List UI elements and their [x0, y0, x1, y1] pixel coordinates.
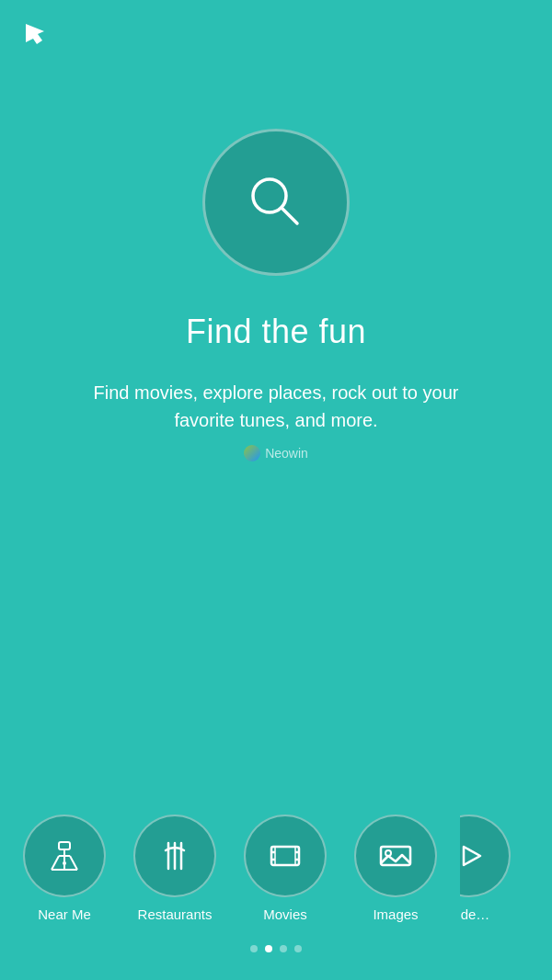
- dot-3[interactable]: [280, 945, 287, 952]
- svg-line-6: [70, 856, 77, 870]
- svg-line-1: [282, 208, 297, 223]
- images-label: Images: [373, 906, 418, 922]
- category-item-restaurants[interactable]: Restaurants: [129, 815, 221, 922]
- svg-line-5: [52, 856, 59, 870]
- near-me-circle[interactable]: [23, 815, 106, 897]
- app-header: [18, 18, 52, 55]
- svg-rect-2: [59, 842, 70, 849]
- main-content: Find the fun Find movies, explore places…: [0, 0, 552, 462]
- movies-label: Movies: [263, 906, 307, 922]
- dot-1[interactable]: [250, 945, 258, 952]
- neowin-icon: [244, 445, 260, 462]
- video-icon: [460, 838, 488, 874]
- svg-point-9: [63, 861, 66, 865]
- bottom-section: Near Me Restaurants: [0, 796, 552, 980]
- restaurants-icon: [156, 838, 193, 874]
- video-label: Vide…: [460, 906, 489, 922]
- restaurants-circle[interactable]: [133, 815, 216, 897]
- neowin-label: Neowin: [265, 446, 308, 461]
- category-item-movies[interactable]: Movies: [239, 815, 331, 922]
- dot-2[interactable]: [265, 945, 272, 952]
- category-item-images[interactable]: Images: [350, 815, 442, 922]
- hero-description: Find movies, explore places, rock out to…: [64, 379, 488, 434]
- movies-icon: [267, 838, 304, 874]
- page-title: Find the fun: [186, 313, 366, 351]
- search-icon: [244, 170, 308, 234]
- category-item-video[interactable]: Vide…: [460, 815, 515, 922]
- near-me-label: Near Me: [38, 906, 91, 922]
- near-me-icon: [46, 838, 83, 874]
- images-circle[interactable]: [354, 815, 437, 897]
- search-hero-circle: [202, 129, 350, 276]
- neowin-badge: Neowin: [244, 445, 308, 462]
- video-circle[interactable]: [460, 815, 511, 897]
- images-icon: [377, 838, 414, 874]
- category-item-near-me[interactable]: Near Me: [18, 815, 110, 922]
- dot-4[interactable]: [294, 945, 302, 952]
- page-dots: [0, 931, 552, 980]
- restaurants-label: Restaurants: [138, 906, 213, 922]
- category-row: Near Me Restaurants: [0, 796, 552, 931]
- bing-logo-icon: [18, 18, 52, 51]
- svg-marker-22: [464, 847, 480, 865]
- movies-circle[interactable]: [244, 815, 327, 897]
